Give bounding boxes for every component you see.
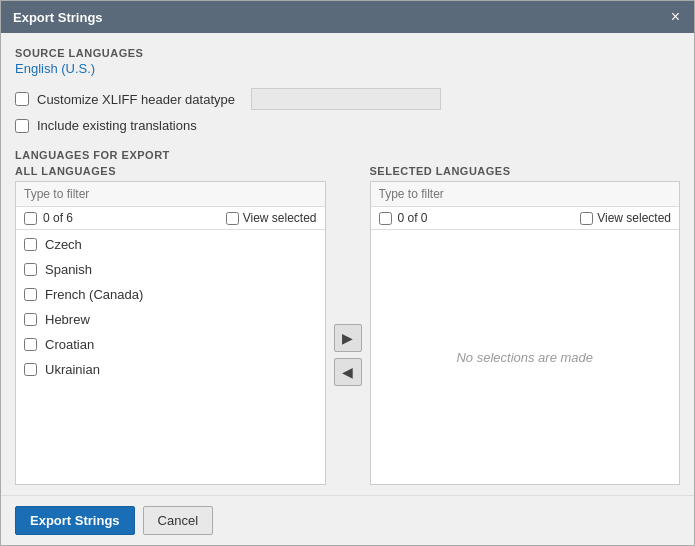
- include-translations-row: Include existing translations: [15, 118, 680, 133]
- lang-checkbox-hebrew[interactable]: [24, 313, 37, 326]
- selected-languages-count: 0 of 0: [398, 211, 575, 225]
- lang-checkbox-french-canada[interactable]: [24, 288, 37, 301]
- lang-label-french-canada[interactable]: French (Canada): [45, 287, 143, 302]
- source-language-value: English (U.S.): [15, 61, 680, 76]
- selected-languages-box: 0 of 0 View selected No selections are m…: [370, 181, 681, 485]
- close-button[interactable]: ×: [669, 9, 682, 25]
- selected-languages-view-selected-label: View selected: [597, 211, 671, 225]
- lang-label-spanish[interactable]: Spanish: [45, 262, 92, 277]
- customize-xliff-checkbox[interactable]: [15, 92, 29, 106]
- move-left-button[interactable]: ◀: [334, 358, 362, 386]
- all-languages-view-selected-label: View selected: [243, 211, 317, 225]
- lang-item-hebrew[interactable]: Hebrew: [16, 307, 325, 332]
- selected-languages-filter[interactable]: [371, 182, 680, 207]
- cancel-button[interactable]: Cancel: [143, 506, 213, 535]
- lang-item-croatian[interactable]: Croatian: [16, 332, 325, 357]
- export-strings-dialog: Export Strings × SOURCE LANGUAGES Englis…: [0, 0, 695, 546]
- export-strings-button[interactable]: Export Strings: [15, 506, 135, 535]
- dialog-titlebar: Export Strings ×: [1, 1, 694, 33]
- include-translations-label[interactable]: Include existing translations: [37, 118, 197, 133]
- lang-item-spanish[interactable]: Spanish: [16, 257, 325, 282]
- selected-languages-panel: SELECTED LANGUAGES 0 of 0 View selected …: [370, 165, 681, 485]
- selected-languages-select-bar: 0 of 0 View selected: [371, 207, 680, 230]
- all-languages-box: 0 of 6 View selected CzechSpanishFrench …: [15, 181, 326, 485]
- lang-item-french-canada[interactable]: French (Canada): [16, 282, 325, 307]
- selected-languages-select-all[interactable]: [379, 212, 392, 225]
- selected-languages-view-selected[interactable]: View selected: [580, 211, 671, 225]
- source-languages-label: SOURCE LANGUAGES: [15, 47, 680, 59]
- lang-checkbox-spanish[interactable]: [24, 263, 37, 276]
- all-languages-filter[interactable]: [16, 182, 325, 207]
- lang-item-ukrainian[interactable]: Ukrainian: [16, 357, 325, 382]
- all-languages-view-selected-checkbox[interactable]: [226, 212, 239, 225]
- all-languages-select-bar: 0 of 6 View selected: [16, 207, 325, 230]
- customize-xliff-label[interactable]: Customize XLIFF header datatype: [37, 92, 235, 107]
- languages-panels: ALL LANGUAGES 0 of 6 View selected Czech…: [15, 165, 680, 485]
- dialog-body: SOURCE LANGUAGES English (U.S.) Customiz…: [1, 33, 694, 495]
- lang-label-hebrew[interactable]: Hebrew: [45, 312, 90, 327]
- dialog-title: Export Strings: [13, 10, 103, 25]
- no-selections-message: No selections are made: [371, 230, 680, 484]
- lang-label-czech[interactable]: Czech: [45, 237, 82, 252]
- lang-checkbox-czech[interactable]: [24, 238, 37, 251]
- move-right-button[interactable]: ▶: [334, 324, 362, 352]
- lang-label-croatian[interactable]: Croatian: [45, 337, 94, 352]
- selected-languages-view-selected-checkbox[interactable]: [580, 212, 593, 225]
- all-languages-count: 0 of 6: [43, 211, 220, 225]
- all-languages-title: ALL LANGUAGES: [15, 165, 326, 177]
- all-languages-select-all[interactable]: [24, 212, 37, 225]
- lang-label-ukrainian[interactable]: Ukrainian: [45, 362, 100, 377]
- lang-checkbox-croatian[interactable]: [24, 338, 37, 351]
- languages-for-export-label: LANGUAGES FOR EXPORT: [15, 149, 680, 161]
- selected-languages-title: SELECTED LANGUAGES: [370, 165, 681, 177]
- transfer-buttons: ▶ ◀: [326, 225, 370, 485]
- xliff-header-input[interactable]: [251, 88, 441, 110]
- include-translations-checkbox[interactable]: [15, 119, 29, 133]
- all-languages-view-selected[interactable]: View selected: [226, 211, 317, 225]
- all-languages-panel: ALL LANGUAGES 0 of 6 View selected Czech…: [15, 165, 326, 485]
- customize-xliff-row: Customize XLIFF header datatype: [15, 88, 680, 110]
- dialog-footer: Export Strings Cancel: [1, 495, 694, 545]
- lang-item-czech[interactable]: Czech: [16, 232, 325, 257]
- lang-checkbox-ukrainian[interactable]: [24, 363, 37, 376]
- all-languages-list: CzechSpanishFrench (Canada)HebrewCroatia…: [16, 230, 325, 484]
